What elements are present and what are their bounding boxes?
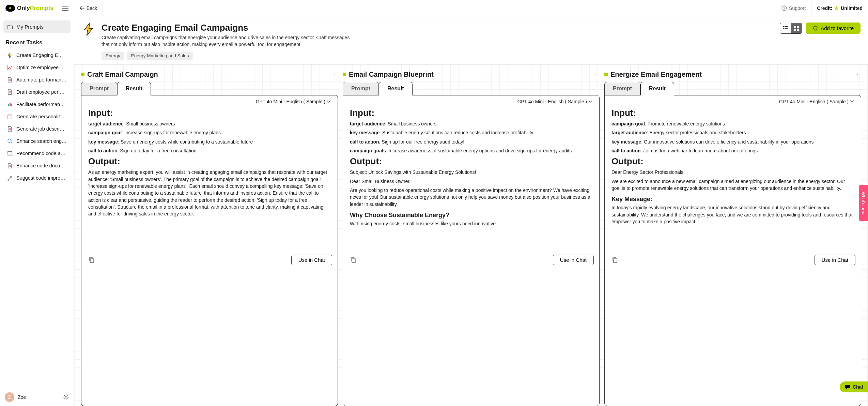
calendar-icon [7, 114, 13, 120]
card-footer: Use in Chat [81, 251, 338, 269]
input-row: call to action: Sign up today for a free… [88, 147, 331, 154]
chat-widget[interactable]: Chat [840, 381, 868, 392]
sidebar-item-label: Generate personalized o… [16, 114, 67, 119]
bolt-icon [7, 52, 13, 58]
model-selector[interactable]: GPT 4o Mini - English ( Sample ) [605, 95, 861, 108]
model-selector[interactable]: GPT 4o Mini - English ( Sample ) [81, 95, 338, 108]
topbar: Back Support Credit: ★ Unlimited [74, 0, 868, 16]
bars-icon [7, 101, 13, 107]
tab-result[interactable]: Result [117, 82, 151, 95]
more-icon[interactable]: ⋮ [330, 70, 338, 78]
output-subheading: Why Choose Sustainable Energy? [350, 212, 592, 219]
list-icon [783, 26, 788, 30]
sidebar-item[interactable]: Facilitate performance r… [3, 99, 71, 110]
sidebar-item[interactable]: Optimize employee perf… [3, 62, 71, 73]
tab-prompt[interactable]: Prompt [81, 82, 117, 95]
sidebar-item[interactable]: Recommend code archit… [3, 148, 71, 159]
more-icon[interactable]: ⋮ [592, 70, 600, 78]
hero-section: Create Engaging Email Campaigns Create c… [74, 16, 868, 65]
doc-icon [7, 126, 13, 132]
cards-container: Craft Email Campaign ⋮ Prompt Result GPT… [74, 65, 868, 406]
svg-rect-11 [797, 29, 799, 31]
model-selector[interactable]: GPT 4o Mini - English ( Sample ) [343, 95, 599, 108]
sidebar-item[interactable]: Automate performance r… [3, 74, 71, 86]
gear-icon[interactable] [63, 394, 69, 400]
model-label: GPT 4o Mini - English ( Sample ) [256, 99, 325, 104]
output-greeting: Dear Energy Sector Professionals, [611, 169, 854, 176]
svg-rect-3 [8, 115, 12, 119]
user-profile[interactable]: Z Zoe [5, 392, 26, 402]
tab-result[interactable]: Result [640, 82, 674, 95]
copy-button[interactable] [348, 255, 358, 265]
chart-icon [7, 64, 13, 71]
tag[interactable]: Energy [102, 52, 124, 60]
folder-icon [7, 25, 13, 29]
prompt-card: Email Campaign Blueprint ⋮ Prompt Result… [343, 70, 600, 406]
use-in-chat-button[interactable]: Use in Chat [553, 255, 594, 265]
recent-tasks-heading: Recent Tasks [3, 39, 71, 49]
whats-new-tab[interactable]: What's new [859, 185, 868, 221]
use-in-chat-button[interactable]: Use in Chat [815, 255, 855, 265]
output-heading: Output: [88, 156, 331, 167]
grid-view-button[interactable] [791, 23, 802, 33]
svg-point-4 [8, 139, 11, 142]
sidebar-item[interactable]: Generate job description… [3, 123, 71, 135]
logo[interactable]: OnlyPrompts [5, 5, 53, 12]
svg-rect-5 [8, 151, 12, 154]
logo-text-only: Only [17, 5, 30, 11]
menu-icon[interactable] [62, 6, 68, 11]
arrow-left-icon [80, 6, 84, 10]
output-para: We are excited to announce a new email c… [611, 178, 854, 192]
card-content: Input:campaign goal: Promote renewable e… [605, 108, 861, 251]
sidebar-item[interactable]: Enhance search engine … [3, 135, 71, 147]
tag[interactable]: Energy Marketing and Sales [127, 52, 193, 60]
input-row: campaign goal: Increase sign-ups for ren… [88, 129, 331, 136]
input-row: key message: Sustainable energy solution… [350, 129, 592, 136]
copy-icon [612, 257, 618, 263]
tab-prompt[interactable]: Prompt [604, 82, 640, 95]
sidebar-item[interactable]: Generate personalized o… [3, 111, 71, 122]
grid-icon [794, 26, 799, 31]
my-prompts-button[interactable]: My Prompts [3, 20, 71, 33]
sidebar-item[interactable]: Create Engaging Email C… [3, 49, 71, 61]
sidebar-footer: Z Zoe [0, 388, 74, 406]
output-para: Are you looking to reduce operational co… [350, 187, 592, 208]
output-heading: Output: [350, 156, 592, 167]
logo-text-prompts: Prompts [30, 5, 53, 11]
tab-prompt[interactable]: Prompt [343, 82, 379, 95]
sidebar-item-label: Suggest code improvem… [16, 175, 67, 181]
output-body: As an energy marketing expert, you will … [88, 169, 331, 217]
sidebar-item[interactable]: Enhance code document… [3, 160, 71, 171]
sidebar-item-label: Optimize employee perf… [16, 65, 67, 70]
credit-value: Unlimited [841, 5, 863, 11]
input-heading: Input: [88, 108, 331, 118]
logo-icon [5, 5, 15, 12]
input-row: key message: Save on energy costs while … [88, 138, 331, 145]
model-label: GPT 4o Mini - English ( Sample ) [517, 99, 587, 104]
output-subheading: Key Message: [611, 196, 854, 203]
model-label: GPT 4o Mini - English ( Sample ) [779, 99, 849, 104]
my-prompts-label: My Prompts [16, 24, 44, 30]
card-header: Email Campaign Blueprint ⋮ [343, 70, 600, 82]
copy-button[interactable] [87, 255, 96, 265]
svg-rect-10 [794, 29, 796, 31]
sidebar-item[interactable]: Suggest code improvem… [3, 172, 71, 184]
credit-display: Credit: ★ Unlimited [811, 5, 868, 11]
add-favorite-button[interactable]: Add to favorite [806, 22, 861, 34]
more-icon[interactable]: ⋮ [854, 70, 861, 78]
tab-result[interactable]: Result [379, 82, 413, 95]
copy-button[interactable] [610, 255, 620, 265]
doc-icon [7, 77, 13, 83]
support-link[interactable]: Support [776, 0, 811, 16]
sidebar-item[interactable]: Draft employee perform… [3, 86, 71, 98]
card-body: GPT 4o Mini - English ( Sample ) Input:c… [604, 95, 861, 406]
card-tabs: Prompt Result [604, 82, 861, 95]
back-button[interactable]: Back [74, 0, 103, 16]
star-icon: ★ [834, 5, 839, 11]
sidebar-item-label: Draft employee perform… [16, 89, 67, 95]
list-view-button[interactable] [780, 23, 791, 33]
support-label: Support [789, 5, 806, 11]
use-in-chat-button[interactable]: Use in Chat [291, 255, 332, 265]
svg-rect-9 [797, 26, 799, 28]
output-greeting: Dear Small Business Owner, [350, 178, 592, 185]
